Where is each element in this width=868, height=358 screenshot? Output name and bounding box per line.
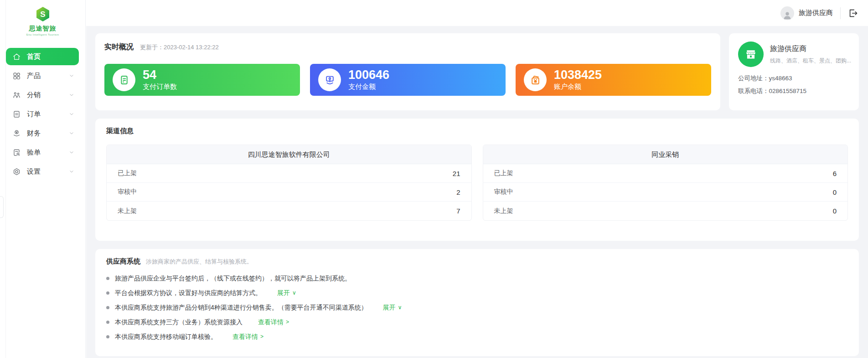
row-label: 审核中 (494, 188, 513, 196)
table-row: 已上架 21 (107, 164, 471, 183)
topbar-user-name[interactable]: 旅游供应商 (799, 9, 833, 17)
realtime-overview-card: 实时概况 更新于：2023-02-14 13:22:22 54 支付订单数 (95, 33, 720, 110)
chevron-down-icon (69, 168, 74, 176)
sidebar-item-label: 验单 (27, 148, 41, 157)
list-item: 本供应商系统支持移动端订单核验。 查看详情> (106, 332, 848, 341)
bullet-dot-icon (106, 321, 109, 324)
arrow-right-icon: > (286, 318, 289, 327)
logout-icon (848, 8, 858, 18)
main-content: 实时概况 更新于：2023-02-14 13:22:22 54 支付订单数 (86, 26, 868, 358)
table-row: 未上架 0 (483, 202, 848, 220)
sidebar-item-label: 产品 (27, 72, 41, 80)
row-value: 0 (833, 207, 837, 215)
arrow-right-icon: > (260, 332, 264, 341)
brand-logo-icon: S (35, 6, 51, 22)
sidebar-item-verify[interactable]: 验单 (6, 144, 79, 161)
stat-label: 支付金额 (348, 83, 389, 91)
channel-info-card: 渠道信息 四川思途智旅软件有限公司 已上架 21 审核中 2 未上架 7 同业采… (95, 119, 859, 241)
expand-link[interactable]: 展开∨ (383, 303, 402, 312)
table-row: 已上架 6 (483, 164, 848, 183)
row-value: 0 (833, 188, 837, 196)
logo: S 思途智旅 Situ Intelligent Tourism (0, 0, 85, 36)
channel-table-peer: 同业采销 已上架 6 审核中 0 未上架 0 (483, 145, 848, 221)
drawer-handle[interactable] (0, 196, 4, 218)
bullet-text: 旅游产品供应企业与平台签约后，（线下或在线签约），就可以将产品上架到系统。 (115, 274, 351, 283)
bullet-text: 本供应商系统支持三方（业务）系统资源接入 (115, 318, 243, 327)
topbar: 旅游供应商 (86, 0, 868, 26)
table-row: 未上架 7 (107, 202, 471, 220)
svg-text:S: S (40, 10, 45, 19)
sidebar-item-products[interactable]: 产品 (6, 67, 79, 84)
sidebar-item-label: 设置 (27, 167, 41, 176)
stat-value: 100646 (348, 68, 389, 81)
gear-icon (12, 167, 21, 176)
table-row: 审核中 0 (483, 183, 848, 202)
sidebar: S 思途智旅 Situ Intelligent Tourism 首页 产品 分销 (0, 0, 86, 358)
sidebar-item-label: 财务 (27, 129, 41, 138)
chevron-down-icon (69, 91, 74, 99)
sidebar-item-settings[interactable]: 设置 (6, 163, 79, 180)
stat-value: 54 (143, 68, 177, 81)
chevron-down-icon (69, 110, 74, 118)
table-row: 审核中 2 (107, 183, 471, 202)
supplier-title: 旅游供应商 (770, 44, 851, 54)
row-label: 未上架 (494, 207, 513, 215)
overview-updated-at: 更新于：2023-02-14 13:22:22 (140, 43, 219, 52)
user-icon (782, 10, 792, 20)
view-details-link[interactable]: 查看详情> (258, 318, 289, 327)
system-subtitle: 涉旅商家的产品供应、结算与核验系统。 (146, 258, 253, 266)
row-value: 6 (833, 170, 837, 177)
system-title: 供应商系统 (106, 257, 140, 266)
row-label: 未上架 (118, 207, 137, 215)
chevron-down-icon: ∨ (292, 289, 296, 297)
row-value: 7 (456, 207, 460, 215)
expand-link[interactable]: 展开∨ (277, 289, 296, 297)
chevron-down-icon (69, 149, 74, 156)
supplier-address: 公司地址：ys48663 (738, 74, 850, 83)
channel-table-company: 四川思途智旅软件有限公司 已上架 21 审核中 2 未上架 7 (106, 145, 472, 221)
sidebar-item-distribution[interactable]: 分销 (6, 86, 79, 104)
chevron-down-icon (69, 72, 74, 80)
supplier-info-card: 旅游供应商 线路、酒店、租车、景点、团购... 公司地址：ys48663 联系电… (729, 33, 859, 110)
sidebar-item-finance[interactable]: 财务 (6, 125, 79, 142)
storefront-icon (738, 42, 764, 67)
row-label: 审核中 (118, 188, 137, 196)
stat-value: 1038425 (554, 68, 602, 81)
people-icon (12, 90, 21, 99)
bullet-dot-icon (106, 291, 109, 295)
order-receipt-icon (113, 68, 135, 91)
bullet-dot-icon (106, 306, 109, 309)
sidebar-item-orders[interactable]: 订单 (6, 105, 79, 123)
bullet-text: 本供应商系统支持旅游产品分销到4种渠道进行分销售卖。（需要平台开通不同渠道系统） (115, 303, 367, 312)
stat-card-account-balance: 1038425 账户余额 (516, 64, 711, 96)
sidebar-nav: 首页 产品 分销 订单 财务 (0, 48, 85, 180)
bullet-text: 本供应商系统支持移动端订单核验。 (115, 332, 217, 341)
avatar[interactable] (780, 6, 794, 20)
view-details-link[interactable]: 查看详情> (232, 332, 264, 341)
sidebar-item-label: 分销 (27, 91, 41, 99)
sidebar-item-home[interactable]: 首页 (6, 48, 79, 65)
grid-icon (12, 71, 21, 80)
supplier-phone: 联系电话：02861558715 (738, 87, 850, 95)
brand-tagline: Situ Intelligent Tourism (0, 33, 85, 36)
chevron-down-icon: ∨ (398, 303, 402, 312)
brand-name: 思途智旅 (0, 25, 85, 33)
row-value: 2 (456, 188, 460, 196)
logout-button[interactable] (848, 8, 859, 19)
document-search-icon (12, 148, 21, 157)
channel-title: 渠道信息 (106, 127, 848, 135)
table-header: 同业采销 (483, 145, 848, 164)
chevron-down-icon (69, 130, 74, 137)
overview-title: 实时概况 (104, 42, 134, 52)
list-item: 平台会根据双方协议，设置好与供应商的结算方式。 展开∨ (106, 289, 848, 297)
row-value: 21 (453, 170, 460, 177)
table-header: 四川思途智旅软件有限公司 (107, 145, 471, 164)
stat-label: 账户余额 (554, 83, 602, 91)
row-label: 已上架 (494, 169, 513, 177)
home-icon (12, 52, 21, 61)
wallet-yuan-icon (524, 68, 547, 91)
row-label: 已上架 (118, 169, 137, 177)
list-item: 旅游产品供应企业与平台签约后，（线下或在线签约），就可以将产品上架到系统。 (106, 274, 848, 283)
sidebar-item-label: 订单 (27, 110, 41, 119)
list-item: 本供应商系统支持旅游产品分销到4种渠道进行分销售卖。（需要平台开通不同渠道系统）… (106, 303, 848, 312)
